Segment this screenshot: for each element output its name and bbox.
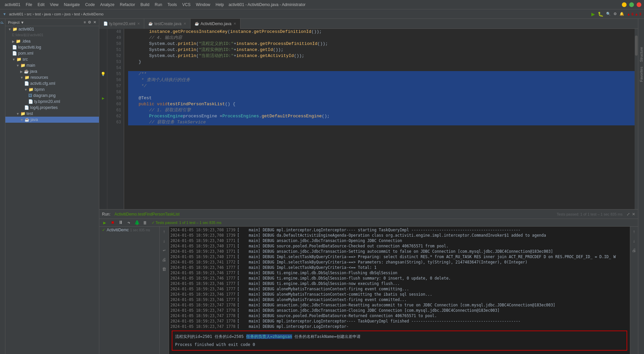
debug-button-toolbar[interactable]: 🐛 [598, 11, 603, 17]
console-line: 2024-01-05 18:59:23,740 1771 [ main] DEB… [169, 243, 630, 249]
scroll-down-run-icon[interactable]: ↓ [631, 237, 638, 245]
tab-icon-java2: ☕ [195, 21, 199, 26]
menu-refactor[interactable]: Refactor [118, 2, 137, 8]
menu-build[interactable]: Build [139, 2, 152, 8]
tab-testcreate[interactable]: ☕ testCreate.java ✕ [144, 19, 191, 29]
menu-activiti01[interactable]: activiti01 [3, 2, 22, 8]
sort-icon[interactable]: ≣ [142, 220, 148, 225]
run-panel-header: Run: ActivitiDemo.testFindPersonTaskList… [99, 210, 638, 219]
tree-item-ty-bpmn[interactable]: 📄 ty.bpmn20.xml [5, 99, 99, 105]
tree-item-main[interactable]: ▼ 📁 main [5, 62, 99, 68]
tree-item-main-java[interactable]: ▶ ☕ java [5, 68, 99, 74]
tree-label: activiti.cfg.xml [30, 81, 55, 86]
rerun-button[interactable]: ▶ [102, 220, 107, 225]
test-item-activitidemo[interactable]: ✓ ActivitiDemc 1 sec 835 ms [99, 227, 159, 233]
clear-console-icon[interactable]: 🗑 [161, 266, 168, 273]
favorites-tab[interactable]: Favorites [639, 65, 644, 83]
console-line: 2024-01-05 18:59:23,747 1778 [ main] DEB… [169, 302, 630, 308]
tree-item-log4j[interactable]: 📄 log4j.properties [5, 105, 99, 111]
test-pass-icon: ✓ [102, 228, 105, 232]
console-line: 2024-01-05 18:59:23,747 1778 [ main] DEB… [169, 318, 630, 324]
tree-label: activiti01 [18, 27, 34, 32]
menu-code[interactable]: Code [83, 2, 97, 8]
code-line-60: public void testFindPersonTaskList() { [128, 101, 635, 107]
tree-item-src[interactable]: ▼ 📁 src [5, 56, 99, 62]
warnings-count: ▲ 6 ▲ 3 [627, 12, 641, 16]
tree-item-pom[interactable]: 📄 pom.xml [5, 50, 99, 56]
code-line-49: // 4. 输出内容 [128, 35, 635, 41]
menu-edit[interactable]: Edit [36, 2, 47, 8]
menu-view[interactable]: View [48, 2, 61, 8]
vscroll-thumb[interactable] [635, 36, 638, 56]
print-run-icon[interactable]: 🖨 [631, 247, 638, 254]
minimize-button[interactable] [622, 2, 627, 7]
tree-item-diagram[interactable]: 🖼 diagram.png [5, 93, 99, 99]
tab-label: ty.bpmn20.xml [109, 21, 135, 26]
menu-vcs[interactable]: VCS [180, 2, 193, 8]
tree-label: pom.xml [18, 51, 33, 56]
run-right-toolbar: ↑ ↓ 🖨 [630, 227, 638, 354]
close-panel-icon[interactable]: ✕ [93, 20, 96, 24]
console-line: 2024-01-05 18:59:23,740 1771 [ main] DEB… [169, 254, 630, 259]
menu-window[interactable]: Window [194, 2, 212, 8]
tree-view-icon[interactable]: 🌲 [134, 220, 140, 225]
line-numbers: 48 49 50 51 52 53 54 55 56 57 58 59 60 6… [107, 29, 124, 209]
tab-activitidemo[interactable]: ☕ ActivitiDemo.java ✕ [191, 19, 240, 29]
tree-label: log4j.properties [30, 105, 58, 110]
console-output[interactable]: 2024-01-05 18:59:23,708 1739 [ main] DEB… [169, 227, 630, 354]
menu-tools[interactable]: Tools [165, 2, 179, 8]
editor-vscroll[interactable] [635, 29, 638, 209]
tree-item-test[interactable]: ▼ 📁 test [5, 111, 99, 117]
code-content[interactable]: instance.getProcessInstanceKey(instance.… [124, 29, 635, 209]
process-finished: Process finished with exit code 0 [175, 342, 255, 347]
maximize-button[interactable] [629, 2, 634, 7]
project-panel: Project ▼ ≡ ⚙ ✕ ▼ 📁 activiti01 E:\Idea项目… [5, 19, 99, 354]
tab-close-icon2[interactable]: ✕ [183, 22, 186, 25]
stop-button[interactable]: ■ [110, 220, 115, 225]
tree-item-test-java[interactable]: ▼ ☕ java [5, 117, 99, 123]
main-layout: P Project ▼ ≡ ⚙ ✕ ▼ 📁 activiti01 E:\Idea… [0, 19, 644, 354]
close-button[interactable] [637, 2, 641, 7]
run-button-toolbar[interactable]: ▶ [591, 11, 595, 17]
search-everywhere-icon[interactable]: 🔍 [606, 12, 611, 16]
tree-item-activiti-cfg[interactable]: 📄 activiti.cfg.xml [5, 80, 99, 86]
tab-close-icon[interactable]: ✕ [137, 22, 140, 25]
menu-run[interactable]: Run [153, 2, 164, 8]
tab-close-icon3[interactable]: ✕ [233, 22, 236, 25]
tab-ty-bpmn[interactable]: 📄 ty.bpmn20.xml ✕ [99, 19, 144, 29]
app-menu[interactable]: activiti01 File Edit View Navigate Code … [3, 2, 226, 8]
word-wrap-icon[interactable]: ↩ [161, 247, 168, 254]
project-tab-icon[interactable]: P [0, 21, 5, 24]
tree-item-resources[interactable]: ▼ 📁 resources [5, 74, 99, 80]
close-panel-icon2[interactable]: ✕ [632, 212, 635, 217]
tree-label: logactiviti.log [18, 45, 41, 50]
tree-item-activiti01[interactable]: ▼ 📁 activiti01 [5, 26, 99, 32]
run-label: Run: [102, 212, 110, 217]
console-line: 2024-01-05 18:59:23,740 1771 [ main] DEB… [169, 249, 630, 254]
window-controls[interactable] [622, 2, 641, 7]
tree-item-idea[interactable]: ▶ 📁 .idea [5, 38, 99, 44]
test-results-area: ✓ ActivitiDemc 1 sec 835 ms ↑ ↓ ↩ 🖨 🗑 [99, 227, 638, 354]
menu-file[interactable]: File [24, 2, 34, 8]
tree-item-logactiviti[interactable]: 📄 logactiviti.log [5, 44, 99, 50]
pause-button[interactable]: ⏸ [118, 220, 123, 225]
menu-navigate[interactable]: Navigate [62, 2, 82, 8]
code-line-56: * 查询个人待执行的任务 [128, 77, 635, 83]
scroll-top-icon[interactable]: ↑ [161, 228, 168, 235]
settings-icon[interactable]: ⚙ [613, 12, 617, 16]
step-over-icon[interactable]: ↷ [126, 220, 131, 225]
settings-panel-icon[interactable]: ⚙ [88, 20, 91, 24]
print-icon[interactable]: 🖨 [161, 256, 168, 263]
tab-label: testCreate.java [154, 21, 181, 26]
menu-help[interactable]: Help [214, 2, 226, 8]
tree-item-bpmn[interactable]: ▼ 📁 bpmn [5, 86, 99, 93]
collapse-all-icon[interactable]: ≡ [84, 20, 86, 24]
menu-analyze[interactable]: Analyze [98, 2, 117, 8]
maximize-panel-icon[interactable]: ⤢ [627, 212, 630, 217]
notifications-icon[interactable]: 🔔 [620, 12, 624, 16]
scroll-up-run-icon[interactable]: ↑ [631, 228, 638, 235]
scroll-bottom-icon[interactable]: ↓ [161, 237, 168, 245]
console-line: 2024-01-05 18:59:23,746 1777 [ main] DEB… [169, 297, 630, 302]
structure-tab[interactable]: Structure [639, 46, 644, 63]
code-line-51: System.out.println("流程实例的ID:" + instance… [128, 47, 635, 53]
